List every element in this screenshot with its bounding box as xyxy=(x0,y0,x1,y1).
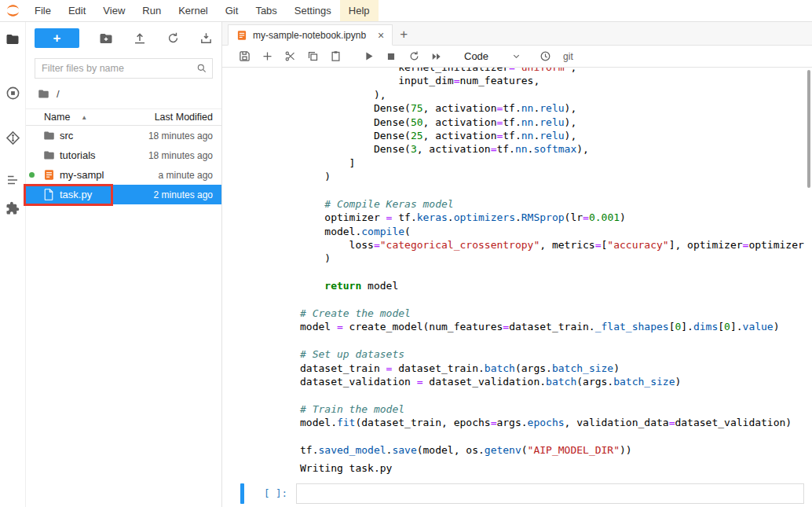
upload-icon xyxy=(133,31,147,46)
code-line xyxy=(300,430,812,443)
sidebar-tab-extension-manager[interactable] xyxy=(3,199,22,218)
file-modified: a minute ago xyxy=(159,170,221,181)
run-all-icon xyxy=(430,51,443,62)
file-name: tutorials xyxy=(60,149,96,161)
interrupt-kernel-button[interactable] xyxy=(381,47,401,66)
refresh-button[interactable] xyxy=(166,31,180,46)
git-clone-button[interactable] xyxy=(199,31,213,46)
code-line: Dense(25, activation=tf.nn.relu), xyxy=(300,129,812,142)
file-row[interactable]: tutorials 18 minutes ago xyxy=(26,145,221,165)
home-folder-icon[interactable] xyxy=(38,88,49,100)
run-icon xyxy=(363,50,375,62)
insert-cell-button[interactable] xyxy=(257,47,277,66)
code-line: # Create the model xyxy=(300,307,812,320)
paste-cells-button[interactable] xyxy=(325,47,346,66)
running-sessions-icon xyxy=(5,86,20,101)
menu-item-git[interactable]: Git xyxy=(217,0,247,21)
menu-item-tabs[interactable]: Tabs xyxy=(247,0,285,21)
new-launcher-button[interactable]: + xyxy=(35,28,79,48)
code-line: ), xyxy=(300,88,812,101)
breadcrumb: / xyxy=(38,86,221,101)
file-row[interactable]: src 18 minutes ago xyxy=(26,126,221,145)
new-tab-button[interactable]: + xyxy=(393,24,415,45)
file-list-header: Name ▲ Last Modified xyxy=(26,108,221,126)
file-modified: 18 minutes ago xyxy=(148,130,221,141)
empty-code-cell[interactable]: [ ]: xyxy=(240,483,804,504)
restart-kernel-button[interactable] xyxy=(404,47,424,66)
insert-cell-icon xyxy=(262,50,273,62)
folder-icon xyxy=(42,130,55,142)
kernel-running-dot xyxy=(29,172,35,178)
code-cell-editor[interactable]: kernel_initializer="uniform", input_dim=… xyxy=(300,68,812,457)
jupyter-logo xyxy=(0,0,26,21)
code-line: ) xyxy=(300,170,812,183)
extension-puzzle-icon xyxy=(5,201,20,215)
code-line: kernel_initializer="uniform", xyxy=(300,68,812,74)
code-line: model = create_model(num_features=datase… xyxy=(300,320,812,333)
new-folder-button[interactable] xyxy=(99,31,113,46)
stop-icon xyxy=(386,51,397,62)
file-icon xyxy=(42,189,55,201)
close-icon[interactable]: × xyxy=(378,29,384,42)
jupyterlab-window: File Edit View Run Kernel Git Tabs Setti… xyxy=(0,0,812,507)
sidebar-tab-running-sessions[interactable] xyxy=(3,83,22,102)
empty-cell-editor[interactable] xyxy=(296,483,804,504)
history-clock-icon xyxy=(540,50,551,62)
search-icon xyxy=(196,63,207,74)
save-button[interactable] xyxy=(234,47,254,66)
chevron-down-icon xyxy=(512,52,521,61)
menu-item-kernel[interactable]: Kernel xyxy=(170,0,217,21)
code-line: Dense(50, activation=tf.nn.relu), xyxy=(300,116,812,129)
cut-cells-icon xyxy=(284,50,296,62)
copy-cells-icon xyxy=(307,50,319,62)
cell-input-prompt: [ ]: xyxy=(244,483,296,504)
notebook-icon xyxy=(42,169,55,182)
sidebar-tab-table-of-contents[interactable] xyxy=(3,171,22,189)
column-header-name[interactable]: Name ▲ xyxy=(44,112,87,123)
upload-button[interactable] xyxy=(133,31,147,46)
menu-item-settings[interactable]: Settings xyxy=(286,0,340,21)
restart-run-all-button[interactable] xyxy=(426,47,447,66)
run-cell-button[interactable] xyxy=(358,47,379,66)
sidebar-tab-git[interactable] xyxy=(3,128,22,147)
jupyter-logo-icon xyxy=(5,3,20,18)
sort-caret-icon: ▲ xyxy=(81,114,87,121)
file-row[interactable]: task.py 2 minutes ago xyxy=(26,185,221,204)
file-row[interactable]: my-sampl a minute ago xyxy=(26,165,221,185)
code-line xyxy=(300,293,812,307)
history-clock-button[interactable] xyxy=(535,47,555,66)
column-header-last-modified[interactable]: Last Modified xyxy=(155,112,213,123)
table-of-contents-icon xyxy=(5,173,20,187)
cell-type-dropdown[interactable]: Code xyxy=(459,50,525,62)
copy-cells-button[interactable] xyxy=(302,47,323,66)
menu-item-file[interactable]: File xyxy=(26,0,60,21)
file-browser-toolbar: + xyxy=(35,28,213,48)
cut-cells-button[interactable] xyxy=(280,47,300,66)
code-line: dataset_validation = dataset_validation.… xyxy=(300,375,812,388)
code-line: ) xyxy=(300,252,812,265)
filter-files-input[interactable] xyxy=(35,58,213,79)
breadcrumb-root[interactable]: / xyxy=(57,88,60,100)
menu-item-help[interactable]: Help xyxy=(340,0,379,21)
code-line: ] xyxy=(300,156,812,170)
menu-item-run[interactable]: Run xyxy=(134,0,170,21)
main-dock-panel: my-sample-notebook.ipynb × + xyxy=(222,22,812,507)
tab-bar: my-sample-notebook.ipynb × + xyxy=(222,22,812,46)
code-line: input_dim=num_features, xyxy=(300,74,812,87)
notebook-scrollbar[interactable] xyxy=(807,70,810,188)
code-line xyxy=(300,266,812,279)
code-line xyxy=(300,184,812,197)
folder-icon xyxy=(5,32,20,46)
restart-kernel-icon xyxy=(408,50,420,62)
code-line: optimizer = tf.keras.optimizers.RMSprop(… xyxy=(300,211,812,224)
code-line: Dense(3, activation=tf.nn.softmax), xyxy=(300,142,812,156)
menu-item-view[interactable]: View xyxy=(94,0,134,21)
menu-item-edit[interactable]: Edit xyxy=(60,0,94,21)
tab-notebook[interactable]: my-sample-notebook.ipynb × xyxy=(228,24,393,46)
file-name: my-sampl xyxy=(60,169,104,181)
code-line: return model xyxy=(300,279,812,292)
new-folder-icon xyxy=(99,31,113,46)
sidebar-tab-file-browser[interactable] xyxy=(3,30,22,49)
file-name: task.py xyxy=(60,189,92,200)
notebook-toolbar: Code git xyxy=(222,46,812,68)
